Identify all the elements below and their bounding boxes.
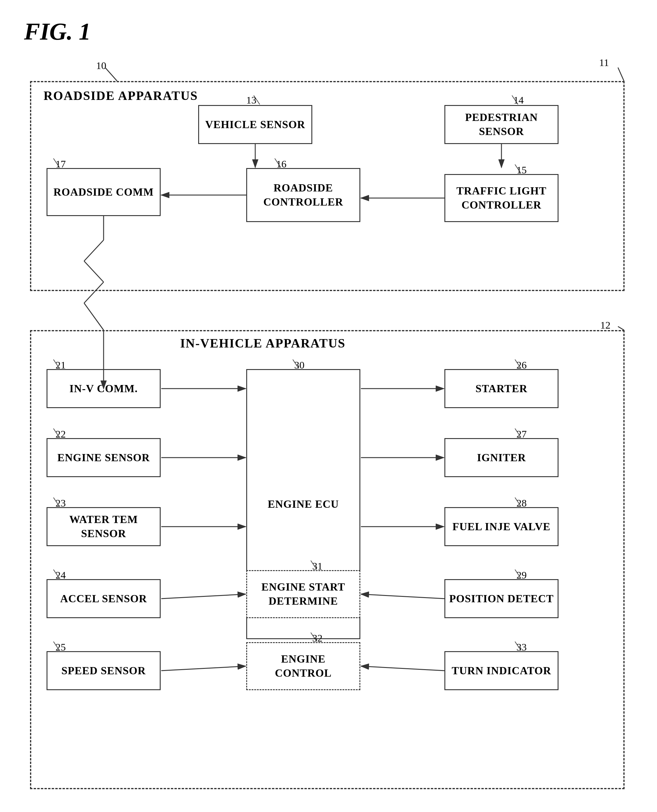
svg-line-2 bbox=[105, 68, 117, 81]
ref-23: 23 bbox=[56, 497, 66, 509]
position-detect-box: POSITION DETECT bbox=[444, 579, 559, 618]
accel-sensor-box: ACCEL SENSOR bbox=[47, 579, 160, 618]
ref-15: 15 bbox=[517, 165, 527, 176]
ref-12: 12 bbox=[600, 320, 610, 331]
ref-31: 31 bbox=[312, 560, 322, 572]
turn-indicator-box: TURN INDICATOR bbox=[444, 651, 559, 690]
figure-title: FIG. 1 bbox=[24, 18, 91, 45]
engine-control-box: ENGINE CONTROL bbox=[246, 642, 360, 690]
traffic-light-box: TRAFFIC LIGHT CONTROLLER bbox=[444, 174, 559, 222]
invehicle-label: IN-VEHICLE APPARATUS bbox=[180, 336, 346, 351]
ref-28: 28 bbox=[517, 497, 527, 509]
ref-13: 13 bbox=[246, 95, 257, 106]
roadside-label: ROADSIDE APPARATUS bbox=[44, 88, 198, 103]
engine-sensor-box: ENGINE SENSOR bbox=[47, 438, 160, 477]
pedestrian-sensor-box: PEDESTRIAN SENSOR bbox=[444, 105, 559, 144]
engine-start-box: ENGINE START DETERMINE bbox=[246, 570, 360, 618]
ref-25: 25 bbox=[56, 641, 66, 653]
ref-29: 29 bbox=[517, 570, 527, 581]
svg-line-4 bbox=[618, 326, 624, 330]
vehicle-sensor-box: VEHICLE SENSOR bbox=[198, 105, 312, 144]
ref-10: 10 bbox=[96, 60, 106, 71]
ref-14: 14 bbox=[514, 95, 524, 106]
roadside-comm-box: ROADSIDE COMM bbox=[47, 168, 160, 216]
ref-22: 22 bbox=[56, 429, 66, 440]
igniter-box: IGNITER bbox=[444, 438, 559, 477]
ref-27: 27 bbox=[517, 429, 527, 440]
speed-sensor-box: SPEED SENSOR bbox=[47, 651, 160, 690]
ref-24: 24 bbox=[56, 570, 66, 581]
svg-line-3 bbox=[618, 68, 624, 81]
ref-26: 26 bbox=[517, 360, 527, 371]
ref-33: 33 bbox=[517, 641, 527, 653]
ref-21: 21 bbox=[56, 360, 66, 371]
ref-11: 11 bbox=[599, 57, 609, 68]
ref-32: 32 bbox=[312, 633, 322, 644]
svg-line-13 bbox=[84, 303, 104, 330]
starter-box: STARTER bbox=[444, 369, 559, 408]
inv-comm-box: IN-V COMM. bbox=[47, 369, 160, 408]
roadside-controller-box: ROADSIDE CONTROLLER bbox=[246, 168, 360, 222]
ref-30: 30 bbox=[294, 360, 305, 371]
fuel-inje-box: FUEL INJE VALVE bbox=[444, 507, 559, 546]
ref-17: 17 bbox=[56, 158, 66, 170]
ref-16: 16 bbox=[276, 158, 286, 170]
water-temp-box: WATER TEM SENSOR bbox=[47, 507, 160, 546]
